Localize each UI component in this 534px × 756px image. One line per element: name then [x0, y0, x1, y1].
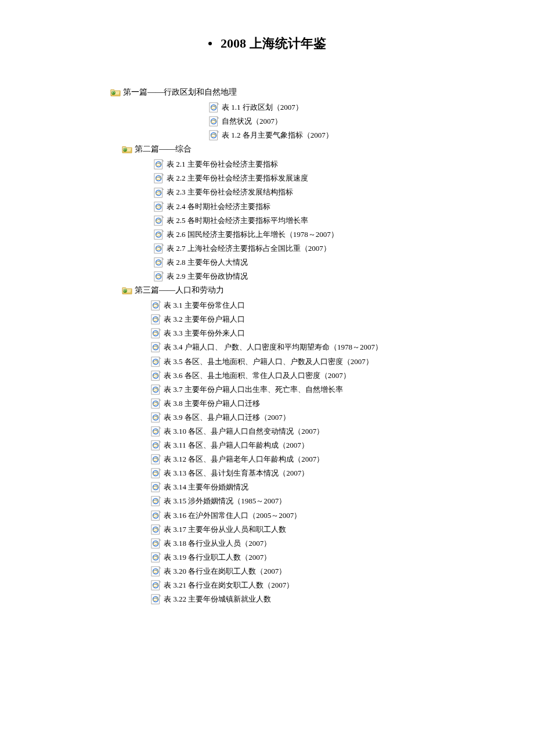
- ie-page-icon: [154, 229, 164, 240]
- section-items: 表 3.1 主要年份常住人口表 3.2 主要年份户籍人口表 3.3 主要年份外来…: [151, 299, 476, 606]
- ie-page-icon: [151, 300, 161, 311]
- list-item-label: 表 2.5 各时期社会经济主要指标平均增长率: [167, 214, 308, 227]
- list-item[interactable]: 表 3.9 各区、县户籍人口迁移（2007）: [151, 411, 476, 424]
- ie-page-icon: [154, 257, 164, 268]
- page-title: 2008 上海统计年鉴: [221, 36, 326, 51]
- list-item-label: 表 3.6 各区、县土地面积、常住人口及人口密度（2007）: [164, 369, 351, 382]
- list-item[interactable]: 表 3.15 涉外婚姻情况（1985～2007）: [151, 495, 476, 507]
- ie-page-icon: [154, 188, 164, 198]
- ie-page-icon: [151, 482, 161, 492]
- ie-page-icon: [151, 552, 161, 563]
- section-title: 第三篇——人口和劳动力: [135, 285, 224, 296]
- list-item-label: 表 1.1 行政区划（2007）: [222, 101, 303, 114]
- title-bullet: [208, 42, 212, 45]
- list-item[interactable]: 表 2.3 主要年份社会经济发展结构指标: [154, 186, 476, 199]
- ie-page-icon: [154, 243, 164, 254]
- list-item[interactable]: 表 3.18 各行业从业人员（2007）: [151, 537, 476, 550]
- section-1: 第一篇——行政区划和自然地理表 1.1 行政区划（2007）自然状况（2007）…: [58, 87, 476, 142]
- ie-page-icon: [154, 201, 164, 212]
- list-item-label: 表 3.12 各区、县户籍老年人口年龄构成（2007）: [164, 453, 324, 466]
- list-item[interactable]: 表 3.20 各行业在岗职工人数（2007）: [151, 565, 476, 578]
- section-2: 第二篇——综合表 2.1 主要年份社会经济主要指标表 2.2 主要年份社会经济主…: [58, 144, 476, 283]
- ie-page-icon: [151, 314, 161, 325]
- list-item[interactable]: 表 3.3 主要年份外来人口: [151, 327, 476, 340]
- list-item[interactable]: 表 3.11 各区、县户籍人口年龄构成（2007）: [151, 439, 476, 452]
- list-item-label: 表 3.14 主要年份婚姻情况: [164, 481, 248, 494]
- list-item[interactable]: 表 3.10 各区、县户籍人口自然变动情况（2007）: [151, 425, 476, 438]
- list-item[interactable]: 表 3.1 主要年份常住人口: [151, 299, 476, 312]
- list-item[interactable]: 自然状况（2007）: [209, 115, 476, 128]
- section-header[interactable]: 第三篇——人口和劳动力: [122, 285, 476, 296]
- list-item-label: 表 3.17 主要年份从业人员和职工人数: [164, 523, 286, 536]
- ie-page-icon: [151, 566, 161, 577]
- ie-page-icon: [151, 342, 161, 352]
- ie-page-icon: [151, 510, 161, 521]
- list-item-label: 表 3.13 各区、县计划生育基本情况（2007）: [164, 467, 309, 480]
- list-item-label: 表 3.19 各行业职工人数（2007）: [164, 551, 271, 564]
- ie-page-icon: [151, 454, 161, 465]
- ie-page-icon: [209, 116, 219, 127]
- list-item[interactable]: 表 3.17 主要年份从业人员和职工人数: [151, 523, 476, 536]
- list-item-label: 表 2.3 主要年份社会经济发展结构指标: [167, 186, 293, 199]
- list-item-label: 表 2.2 主要年份社会经济主要指标发展速度: [167, 172, 308, 185]
- list-item[interactable]: 表 2.4 各时期社会经济主要指标: [154, 200, 476, 213]
- ie-page-icon: [151, 384, 161, 395]
- list-item[interactable]: 表 3.14 主要年份婚姻情况: [151, 481, 476, 494]
- list-item[interactable]: 表 3.13 各区、县计划生育基本情况（2007）: [151, 467, 476, 480]
- list-item-label: 表 3.5 各区、县土地面积、户籍人口、户数及人口密度（2007）: [164, 355, 373, 368]
- section-title: 第二篇——综合: [135, 144, 192, 154]
- section-title: 第一篇——行政区划和自然地理: [123, 87, 237, 98]
- list-item[interactable]: 表 3.16 在沪外国常住人口（2005～2007）: [151, 509, 476, 522]
- list-item[interactable]: 表 3.8 主要年份户籍人口迁移: [151, 397, 476, 410]
- ie-page-icon: [209, 102, 219, 113]
- list-item[interactable]: 表 3.12 各区、县户籍老年人口年龄构成（2007）: [151, 453, 476, 466]
- list-item[interactable]: 表 2.9 主要年份政协情况: [154, 270, 476, 283]
- list-item-label: 表 3.11 各区、县户籍人口年龄构成（2007）: [164, 439, 309, 452]
- ie-page-icon: [151, 538, 161, 549]
- list-item-label: 表 2.4 各时期社会经济主要指标: [167, 200, 270, 213]
- folder-icon: [122, 145, 132, 154]
- list-item[interactable]: 表 3.2 主要年份户籍人口: [151, 313, 476, 326]
- ie-page-icon: [154, 159, 164, 170]
- list-item[interactable]: 表 1.2 各月主要气象指标（2007）: [209, 129, 476, 142]
- list-item[interactable]: 表 2.6 国民经济主要指标比上年增长（1978～2007）: [154, 228, 476, 241]
- ie-page-icon: [151, 328, 161, 339]
- list-item-label: 表 2.6 国民经济主要指标比上年增长（1978～2007）: [167, 228, 338, 241]
- ie-page-icon: [151, 370, 161, 381]
- list-item[interactable]: 表 2.5 各时期社会经济主要指标平均增长率: [154, 214, 476, 227]
- list-item[interactable]: 表 2.1 主要年份社会经济主要指标: [154, 158, 476, 171]
- ie-page-icon: [151, 412, 161, 423]
- list-item[interactable]: 表 2.7 上海社会经济主要指标占全国比重（2007）: [154, 242, 476, 255]
- list-item-label: 表 3.16 在沪外国常住人口（2005～2007）: [164, 509, 301, 522]
- list-item[interactable]: 表 3.4 户籍人口、 户数、人口密度和平均期望寿命（1978～2007）: [151, 341, 476, 354]
- list-item[interactable]: 表 3.21 各行业在岗女职工人数（2007）: [151, 579, 476, 592]
- list-item[interactable]: 表 1.1 行政区划（2007）: [209, 101, 476, 114]
- list-item-label: 表 2.7 上海社会经济主要指标占全国比重（2007）: [167, 242, 331, 255]
- section-items: 表 1.1 行政区划（2007）自然状况（2007）表 1.2 各月主要气象指标…: [209, 101, 476, 142]
- ie-page-icon: [151, 594, 161, 604]
- list-item[interactable]: 表 3.6 各区、县土地面积、常住人口及人口密度（2007）: [151, 369, 476, 382]
- list-item[interactable]: 表 3.7 主要年份户籍人口出生率、死亡率、自然增长率: [151, 383, 476, 396]
- section-header[interactable]: 第一篇——行政区划和自然地理: [110, 87, 476, 98]
- list-item[interactable]: 表 2.8 主要年份人大情况: [154, 256, 476, 269]
- list-item-label: 表 3.8 主要年份户籍人口迁移: [164, 397, 260, 410]
- ie-page-icon: [151, 580, 161, 591]
- list-item-label: 表 2.8 主要年份人大情况: [167, 256, 248, 269]
- list-item[interactable]: 表 3.5 各区、县土地面积、户籍人口、户数及人口密度（2007）: [151, 355, 476, 368]
- list-item-label: 表 3.22 主要年份城镇新就业人数: [164, 593, 271, 606]
- list-item-label: 表 2.9 主要年份政协情况: [167, 270, 248, 283]
- list-item-label: 表 3.1 主要年份常住人口: [164, 299, 245, 312]
- list-item-label: 表 3.18 各行业从业人员（2007）: [164, 537, 271, 550]
- list-item[interactable]: 表 3.22 主要年份城镇新就业人数: [151, 593, 476, 606]
- ie-page-icon: [151, 468, 161, 478]
- list-item-label: 表 3.15 涉外婚姻情况（1985～2007）: [164, 495, 286, 507]
- list-item[interactable]: 表 2.2 主要年份社会经济主要指标发展速度: [154, 172, 476, 185]
- ie-page-icon: [154, 215, 164, 226]
- section-header[interactable]: 第二篇——综合: [122, 144, 476, 154]
- ie-page-icon: [209, 130, 219, 141]
- ie-page-icon: [151, 496, 161, 506]
- list-item-label: 表 3.2 主要年份户籍人口: [164, 313, 245, 326]
- list-item[interactable]: 表 3.19 各行业职工人数（2007）: [151, 551, 476, 564]
- list-item-label: 表 3.20 各行业在岗职工人数（2007）: [164, 565, 286, 578]
- ie-page-icon: [151, 357, 161, 367]
